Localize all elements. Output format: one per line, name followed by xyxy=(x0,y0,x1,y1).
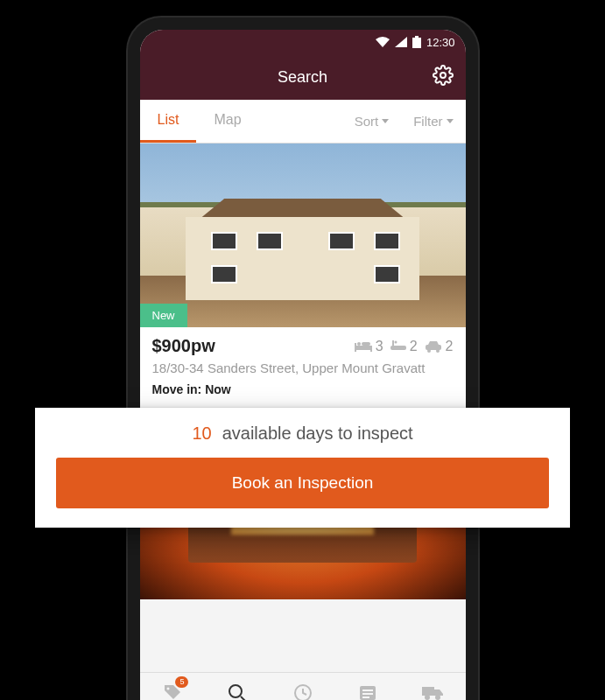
days-count: 10 xyxy=(192,424,211,443)
svg-rect-3 xyxy=(355,346,372,350)
svg-point-6 xyxy=(357,342,361,346)
phone-frame: 12:30 Search List Map Sort Filter xyxy=(128,18,478,700)
svg-point-13 xyxy=(436,349,440,353)
screen: 12:30 Search List Map Sort Filter xyxy=(140,30,466,700)
book-inspection-button[interactable]: Book an Inspection xyxy=(56,458,549,508)
days-label: available days to inspect xyxy=(222,424,413,443)
svg-rect-19 xyxy=(362,690,373,691)
svg-point-23 xyxy=(425,695,430,700)
card-body: $900pw 3 2 2 xyxy=(140,327,466,407)
svg-rect-9 xyxy=(392,340,394,346)
clock-icon xyxy=(293,683,313,701)
app-bar: Search xyxy=(140,54,466,100)
chevron-down-icon xyxy=(447,119,454,123)
filter-button[interactable]: Filter xyxy=(401,100,465,143)
view-tabs: List Map Sort Filter xyxy=(140,100,466,144)
baths-count: 2 xyxy=(410,339,418,354)
svg-rect-11 xyxy=(426,345,441,350)
svg-rect-21 xyxy=(362,696,369,698)
tab-map[interactable]: Map xyxy=(196,100,258,143)
battery-icon xyxy=(412,36,421,48)
wifi-icon xyxy=(376,37,390,47)
svg-point-14 xyxy=(166,687,169,690)
filter-label: Filter xyxy=(413,114,442,129)
status-time: 12:30 xyxy=(426,36,455,49)
svg-point-2 xyxy=(440,73,446,78)
search-icon xyxy=(228,683,247,701)
overlay-text: 10available days to inspect xyxy=(56,424,549,444)
address-label: 18/30-34 Sanders Street, Upper Mount Gra… xyxy=(152,360,454,377)
beds-count: 3 xyxy=(376,339,383,354)
page-title: Search xyxy=(278,68,327,87)
new-badge: New xyxy=(140,304,187,327)
chevron-down-icon xyxy=(382,119,389,123)
list-icon xyxy=(358,683,377,701)
status-bar: 12:30 xyxy=(140,30,466,54)
svg-rect-0 xyxy=(412,38,421,48)
gear-icon xyxy=(433,65,454,86)
svg-point-12 xyxy=(427,349,431,353)
settings-button[interactable] xyxy=(433,65,454,89)
svg-point-24 xyxy=(435,695,440,700)
bottom-nav: 5 My Properties Search Inspections Apps … xyxy=(140,672,466,700)
bed-icon xyxy=(355,340,372,353)
cars-count: 2 xyxy=(446,339,454,354)
nav-movein[interactable]: Move in xyxy=(400,673,465,700)
nav-apps[interactable]: Apps xyxy=(335,673,400,700)
inspection-overlay: 10available days to inspect Book an Insp… xyxy=(35,408,570,528)
svg-rect-4 xyxy=(355,343,356,352)
sort-button[interactable]: Sort xyxy=(342,100,402,143)
movein-label: Move in: Now xyxy=(152,382,454,396)
svg-rect-5 xyxy=(370,346,372,352)
nav-my-properties[interactable]: 5 My Properties xyxy=(140,673,205,700)
svg-rect-1 xyxy=(415,36,419,38)
truck-icon xyxy=(422,685,443,701)
bath-icon xyxy=(390,340,406,353)
signal-icon xyxy=(395,37,407,47)
property-card[interactable]: New $900pw 3 2 xyxy=(140,144,466,407)
svg-point-15 xyxy=(229,685,242,697)
nav-badge: 5 xyxy=(175,676,188,688)
nav-search[interactable]: Search xyxy=(205,673,270,700)
amenities: 3 2 2 xyxy=(355,339,454,354)
svg-rect-7 xyxy=(362,342,370,346)
property-photo: New xyxy=(140,144,466,327)
svg-rect-22 xyxy=(422,687,434,696)
car-icon xyxy=(425,340,442,353)
svg-point-10 xyxy=(394,340,397,343)
tab-list[interactable]: List xyxy=(140,100,197,143)
svg-rect-20 xyxy=(362,693,373,695)
svg-line-16 xyxy=(241,696,245,701)
sort-label: Sort xyxy=(355,114,379,129)
price-label: $900pw xyxy=(152,336,215,356)
nav-inspections[interactable]: Inspections xyxy=(270,673,334,700)
